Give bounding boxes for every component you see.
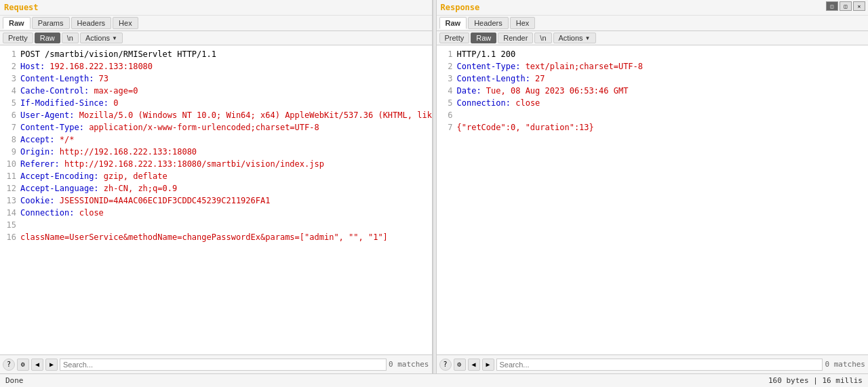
line-number: 1: [441, 48, 453, 60]
line-content: Content-Type: text/plain;charset=UTF-8: [457, 60, 865, 73]
response-help-icon[interactable]: ?: [439, 359, 452, 371]
request-actions-btn[interactable]: Actions: [80, 33, 123, 43]
response-tab-hex[interactable]: Hex: [510, 17, 536, 29]
header-key: If-Modified-Since:: [20, 98, 108, 108]
line-content: Referer: http://192.168.222.133:18080/sm…: [20, 158, 428, 170]
line-number: 14: [4, 207, 16, 219]
line-number: 13: [4, 195, 16, 207]
line-content: Accept-Encoding: gzip, deflate: [20, 170, 428, 182]
response-actions-btn[interactable]: Actions: [553, 33, 596, 43]
response-search-bar: ? ⚙ ◀ ▶ 0 matches: [437, 354, 869, 373]
line-number: 12: [4, 182, 16, 195]
response-tab-raw[interactable]: Raw: [439, 17, 467, 29]
request-tab-raw[interactable]: Raw: [3, 17, 31, 29]
line-content: If-Modified-Since: 0: [20, 97, 428, 109]
line-content: Content-Type: application/x-www-form-url…: [20, 121, 428, 134]
status-bar: Done 160 bytes | 16 millis: [0, 373, 868, 387]
line-number: 2: [4, 60, 16, 73]
response-subtab-render[interactable]: Render: [498, 33, 533, 43]
table-row: 15: [4, 219, 428, 231]
header-value: Mozilla/5.0 (Windows NT 10.0; Win64; x64…: [74, 110, 431, 120]
request-tab-hex[interactable]: Hex: [113, 17, 138, 29]
request-subtab-pretty[interactable]: Pretty: [3, 33, 33, 43]
line-number: 5: [4, 97, 16, 109]
request-forward-btn[interactable]: ▶: [45, 359, 58, 371]
header-key: Cache-Control:: [20, 86, 89, 96]
line-content: Origin: http://192.168.222.133:18080: [20, 146, 428, 158]
header-key: Connection:: [457, 98, 511, 108]
table-row: 7{"retCode":0, "duration":13}: [441, 121, 865, 134]
line-number: 9: [4, 146, 16, 158]
line-number: 4: [4, 85, 16, 97]
request-back-btn[interactable]: ◀: [31, 359, 43, 371]
response-content: 1HTTP/1.1 2002Content-Type: text/plain;c…: [437, 45, 869, 354]
line-content: Date: Tue, 08 Aug 2023 06:53:46 GMT: [457, 85, 865, 97]
table-row: 13Cookie: JSESSIONID=4A4AC06EC1DF3CDDC45…: [4, 195, 428, 207]
status-left: Done: [5, 376, 24, 385]
request-subtab-newline[interactable]: \n: [62, 33, 79, 43]
status-done: Done: [5, 376, 24, 385]
header-key: User-Agent:: [20, 110, 74, 120]
line-number: 1: [4, 48, 16, 60]
header-key: Host:: [20, 62, 45, 71]
response-subtab-newline[interactable]: \n: [534, 33, 551, 43]
response-subtab-raw[interactable]: Raw: [471, 33, 496, 43]
line-number: 7: [4, 121, 16, 134]
line-content: className=UserService&methodName=changeP…: [20, 231, 428, 243]
header-key: Accept-Language:: [20, 184, 99, 193]
line-content: {"retCode":0, "duration":13}: [457, 121, 865, 134]
response-subtab-pretty[interactable]: Pretty: [439, 33, 470, 43]
header-value: 0: [108, 98, 118, 108]
response-gear-icon[interactable]: ⚙: [454, 359, 466, 371]
response-title: Response: [441, 3, 480, 12]
response-match-count: 0 matches: [825, 360, 865, 369]
header-key: Cookie:: [20, 196, 55, 205]
request-gear-icon[interactable]: ⚙: [17, 359, 29, 371]
table-row: 5If-Modified-Since: 0: [4, 97, 428, 109]
header-key: Content-Length:: [20, 74, 94, 83]
request-match-count: 0 matches: [389, 360, 429, 369]
request-search-bar: ? ⚙ ◀ ▶ 0 matches: [0, 354, 432, 373]
split-horizontal-icon[interactable]: ◫: [826, 1, 838, 11]
table-row: 7Content-Type: application/x-www-form-ur…: [4, 121, 428, 134]
header-value: 27: [530, 74, 545, 83]
table-row: 11Accept-Encoding: gzip, deflate: [4, 170, 428, 182]
line-content: Accept: */*: [20, 134, 428, 146]
header-value: text/plain;charset=UTF-8: [520, 62, 643, 71]
request-content: 1POST /smartbi/vision/RMIServlet HTTP/1.…: [0, 45, 432, 354]
close-panels-icon[interactable]: ✕: [853, 1, 865, 11]
request-subtab-raw[interactable]: Raw: [35, 33, 60, 43]
header-value: http://192.168.222.133:18080/smartbi/vis…: [60, 159, 324, 169]
table-row: 4Date: Tue, 08 Aug 2023 06:53:46 GMT: [441, 85, 865, 97]
response-back-btn[interactable]: ◀: [468, 359, 480, 371]
response-search-input[interactable]: [496, 359, 823, 371]
response-tabs-row: Raw Headers Hex: [437, 16, 869, 31]
line-content: Content-Length: 27: [457, 73, 865, 85]
header-key: Connection:: [20, 208, 74, 218]
request-search-input[interactable]: [60, 359, 387, 371]
split-vertical-icon[interactable]: ◫: [840, 1, 852, 11]
request-tab-params[interactable]: Params: [32, 17, 70, 29]
line-number: 8: [4, 134, 16, 146]
line-content: Connection: close: [20, 207, 428, 219]
table-row: 10Referer: http://192.168.222.133:18080/…: [4, 158, 428, 170]
request-help-icon[interactable]: ?: [3, 359, 15, 371]
top-right-icons: ◫ ◫ ✕: [826, 1, 865, 11]
header-value: http://192.168.222.133:18080: [55, 147, 197, 157]
response-forward-btn[interactable]: ▶: [482, 359, 494, 371]
response-tab-headers[interactable]: Headers: [468, 17, 509, 29]
line-number: 11: [4, 170, 16, 182]
line-content: Cookie: JSESSIONID=4A4AC06EC1DF3CDDC4523…: [20, 195, 428, 207]
line-content: Content-Length: 73: [20, 73, 428, 85]
table-row: 8Accept: */*: [4, 134, 428, 146]
line-content: POST /smartbi/vision/RMIServlet HTTP/1.1: [20, 48, 428, 60]
line-content: User-Agent: Mozilla/5.0 (Windows NT 10.0…: [20, 109, 432, 121]
line-number: 2: [441, 60, 453, 73]
request-tabs-row: Raw Params Headers Hex: [0, 16, 432, 31]
line-number: 5: [441, 97, 453, 109]
response-panel: Response Raw Headers Hex Pretty Raw Rend…: [437, 0, 869, 373]
line-content: Connection: close: [457, 97, 865, 109]
request-tab-headers[interactable]: Headers: [71, 17, 112, 29]
header-value: max-age=0: [89, 86, 138, 96]
header-key: Referer:: [20, 159, 60, 169]
